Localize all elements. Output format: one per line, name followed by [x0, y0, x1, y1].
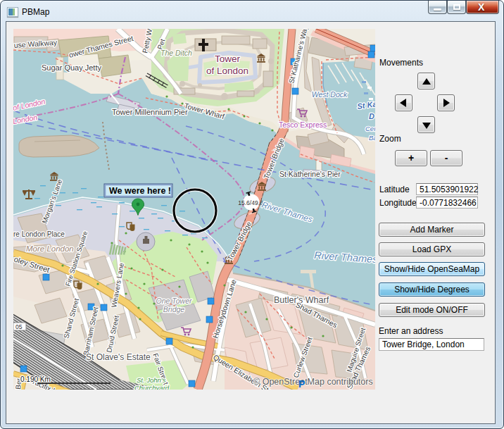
- svg-text:We were here !: We were here !: [109, 186, 171, 196]
- svg-text:Sugar Quay Jetty: Sugar Quay Jetty: [42, 63, 101, 72]
- svg-text:St Katherine's Pier: St Katherine's Pier: [279, 170, 341, 178]
- svg-text:Cen: Cen: [365, 125, 375, 132]
- svg-text:15.6/49.6: 15.6/49.6: [238, 199, 263, 206]
- svg-text:St. John's: St. John's: [137, 376, 166, 384]
- svg-text:05: 05: [15, 323, 23, 330]
- svg-text:of London: of London: [206, 66, 248, 76]
- svg-text:Churchyard: Churchyard: [134, 384, 170, 390]
- svg-text:One Tower: One Tower: [156, 297, 192, 305]
- svg-text:More London: More London: [26, 244, 74, 253]
- svg-text:Bridge: Bridge: [163, 305, 185, 313]
- svg-text:Tesco Express: Tesco Express: [279, 120, 327, 129]
- svg-text:Ba: Ba: [369, 134, 375, 142]
- svg-text:Tower: Tower: [215, 54, 241, 64]
- svg-text:D: D: [369, 112, 374, 120]
- svg-text:St Olave's Estate: St Olave's Estate: [86, 352, 151, 362]
- svg-text:Tower Millennium Pier: Tower Millennium Pier: [112, 108, 188, 116]
- svg-text:0.190 Km: 0.190 Km: [20, 375, 51, 383]
- svg-text:The Ditch: The Ditch: [160, 49, 192, 57]
- svg-text:© OpenStreetMap contributors: © OpenStreetMap contributors: [253, 377, 373, 387]
- svg-text:re London Place: re London Place: [13, 230, 65, 238]
- svg-text:P: P: [298, 378, 305, 390]
- svg-text:West Dock: West Dock: [312, 90, 348, 99]
